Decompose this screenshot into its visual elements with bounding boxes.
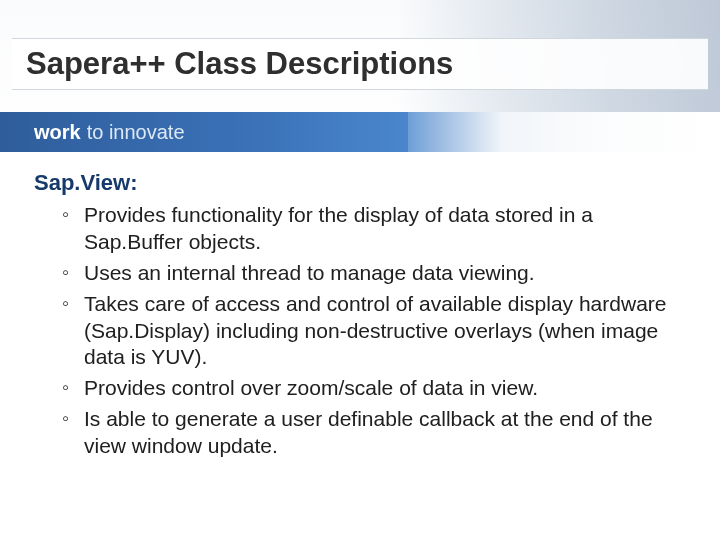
list-item: Provides functionality for the display o…: [68, 202, 686, 256]
section-heading: Sap.View:: [34, 170, 686, 196]
list-item: Takes care of access and control of avai…: [68, 291, 686, 372]
tagline-rest: to innovate: [87, 121, 185, 144]
slide-title: Sapera++ Class Descriptions: [26, 46, 453, 82]
bullet-list: Provides functionality for the display o…: [34, 202, 686, 460]
title-bar: Sapera++ Class Descriptions: [12, 38, 708, 90]
list-item: Uses an internal thread to manage data v…: [68, 260, 686, 287]
slide: Sapera++ Class Descriptions work to inno…: [0, 0, 720, 540]
tagline-bold: work: [34, 121, 81, 144]
tagline-fade: [408, 112, 720, 152]
list-item: Provides control over zoom/scale of data…: [68, 375, 686, 402]
list-item: Is able to generate a user definable cal…: [68, 406, 686, 460]
tagline-bar: work to innovate: [0, 112, 408, 152]
content-area: Sap.View: Provides functionality for the…: [34, 170, 686, 464]
